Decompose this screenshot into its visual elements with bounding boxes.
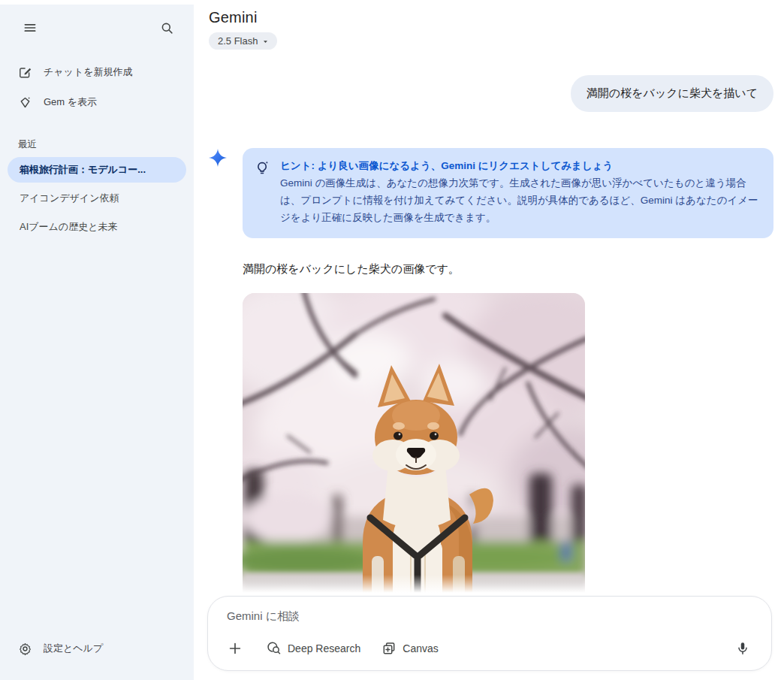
search-button[interactable] (155, 16, 179, 40)
lightbulb-sparkle-icon (255, 160, 270, 176)
settings-help-label: 設定とヘルプ (44, 642, 103, 655)
deep-research-button[interactable]: Deep Research (267, 641, 360, 656)
sidebar: チャットを新規作成 Gem を表示 最近 箱根旅行計画：モデルコー... アイコ… (0, 5, 194, 680)
hint-card: ヒント: より良い画像になるよう、Gemini にリクエストしてみましょう Ge… (243, 148, 773, 238)
gemini-app-window: チャットを新規作成 Gem を表示 最近 箱根旅行計画：モデルコー... アイコ… (0, 0, 784, 680)
caret-down-icon (261, 38, 270, 46)
app-title[interactable]: Gemini (209, 9, 258, 26)
chat-history-list: 箱根旅行計画：モデルコー... アイコンデザイン依頼 AIブームの歴史と未来 (0, 157, 194, 240)
chat-title: AIブームの歴史と未来 (20, 220, 118, 234)
main-header: Gemini 2.5 Flash (194, 0, 784, 50)
new-chat-button[interactable]: チャットを新規作成 (0, 57, 194, 87)
chat-history-item-selected[interactable]: 箱根旅行計画：モデルコー... (8, 157, 186, 183)
hint-title: ヒント: より良い画像になるよう、Gemini にリクエストしてみましょう (280, 158, 760, 174)
composer-toolbar: Deep Research Canvas (225, 636, 755, 660)
deep-research-icon (267, 641, 282, 656)
show-gems-button[interactable]: Gem を表示 (0, 87, 194, 117)
chat-history-item[interactable]: アイコンデザイン依頼 (8, 186, 186, 211)
gear-icon (18, 642, 32, 656)
chat-title: 箱根旅行計画：モデルコー... (20, 163, 146, 177)
microphone-button[interactable] (731, 636, 755, 660)
gemini-sparkle-icon (209, 149, 227, 167)
prompt-composer: Deep Research Canvas (207, 596, 772, 671)
conversation-area: 満開の桜をバックに柴犬を描いて ヒント: より良い (209, 53, 773, 596)
sidebar-footer: 設定とヘルプ (0, 633, 194, 663)
search-icon (160, 21, 174, 35)
menu-button[interactable] (18, 16, 42, 40)
canvas-label: Canvas (403, 642, 438, 654)
user-message-row: 満開の桜をバックに柴犬を描いて (209, 75, 773, 112)
gem-icon (18, 95, 32, 110)
model-response-text: 満開の桜をバックにした柴犬の画像です。 (243, 261, 773, 278)
model-selector[interactable]: 2.5 Flash (209, 32, 277, 50)
user-message-bubble: 満開の桜をバックに柴犬を描いて (571, 75, 773, 112)
canvas-button[interactable]: Canvas (381, 641, 438, 656)
canvas-icon (381, 641, 397, 656)
microphone-icon (735, 641, 750, 656)
chat-history-item[interactable]: AIブームの歴史と未来 (8, 214, 186, 240)
plus-icon (227, 640, 243, 657)
show-gems-label: Gem を表示 (44, 95, 97, 109)
settings-help-button[interactable]: 設定とヘルプ (0, 633, 194, 663)
model-response-row: ヒント: より良い画像になるよう、Gemini にリクエストしてみましょう Ge… (209, 148, 773, 597)
shiba-illustration (243, 293, 585, 596)
main-panel: Gemini 2.5 Flash 満開の桜をバックに柴犬を描いて (194, 0, 784, 680)
deep-research-label: Deep Research (288, 642, 360, 654)
sidebar-nav: チャットを新規作成 Gem を表示 (0, 57, 194, 117)
model-response-content: ヒント: より良い画像になるよう、Gemini にリクエストしてみましょう Ge… (243, 148, 773, 597)
new-chat-label: チャットを新規作成 (44, 65, 133, 79)
edit-square-icon (18, 65, 32, 80)
prompt-input[interactable] (227, 609, 752, 622)
model-label: 2.5 Flash (218, 35, 258, 47)
generated-shiba-cherry-blossom-image[interactable] (243, 293, 585, 596)
hint-body: Gemini の画像生成は、あなたの想像力次第です。生成された画像が思い浮かべて… (280, 175, 760, 227)
hamburger-icon (23, 20, 38, 35)
add-attachment-button[interactable] (225, 638, 246, 659)
hint-text-block: ヒント: より良い画像になるよう、Gemini にリクエストしてみましょう Ge… (280, 158, 760, 227)
sidebar-top-bar (0, 5, 194, 51)
chat-title: アイコンデザイン依頼 (20, 192, 119, 205)
recent-section-label: 最近 (0, 138, 194, 157)
